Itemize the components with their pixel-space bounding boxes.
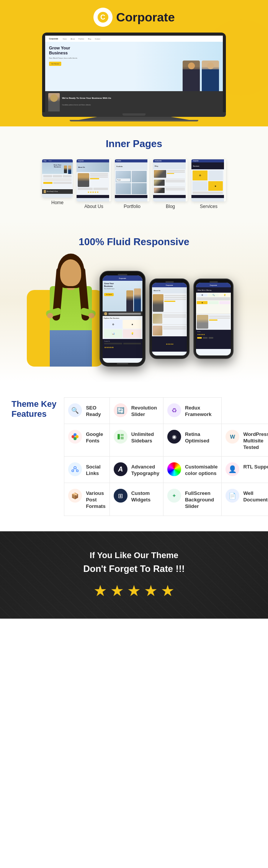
- feature-cell-seo: 🔍 SEO Ready: [64, 398, 109, 424]
- pages-grid: Corp Home Grow YourBusiness: [8, 159, 260, 209]
- star-2: ★: [110, 582, 124, 599]
- svg-rect-6: [118, 434, 120, 439]
- stars-row: ★ ★ ★ ★ ★: [11, 582, 257, 599]
- about-label: About Us: [84, 204, 103, 209]
- feature-cell-color: Customisable color options: [163, 457, 222, 483]
- header-section: C Corporate Corporate Home About Portfol…: [0, 0, 268, 126]
- google-icon: [68, 430, 82, 444]
- formats-icon: 📦: [68, 489, 82, 503]
- services-page-thumb: Corporate Services ⚙ ★: [191, 159, 226, 209]
- feature-cell-retina: ◉ Retina Optimised: [163, 424, 222, 457]
- rating-line2: Don't Forget To Rate !!!: [11, 563, 257, 574]
- feature-cell-sidebars: Unlimited Sidebars: [109, 424, 163, 457]
- inner-pages-section: Inner Pages Corp Home Grow YourBusiness: [0, 126, 268, 221]
- feature-cell-rtl: 👤 RTL Support: [222, 457, 268, 483]
- star-5: ★: [161, 582, 175, 599]
- fullscreen-label: FullScreen Background Slider: [185, 490, 217, 510]
- retina-label: Retina Optimised: [185, 431, 217, 444]
- formats-label: Various Post Formats: [86, 490, 105, 510]
- home-page-thumb: Corp Home Grow YourBusiness: [42, 159, 73, 209]
- feature-cell-google: Google Fonts: [64, 424, 109, 457]
- blog-page-thumb: Testimonials Blog: [153, 159, 188, 209]
- svg-point-9: [74, 467, 76, 469]
- phone-3: Corporate What We're Offering ⚙ 🔍 💡: [193, 278, 234, 359]
- laptop-mockup-container: Corporate Home About Portfolio Blog Cont…: [0, 33, 268, 121]
- svg-line-12: [73, 468, 74, 470]
- google-label: Google Fonts: [86, 431, 105, 444]
- about-page-thumb: Corporate About Us: [77, 159, 111, 209]
- social-label: Social Links: [86, 464, 105, 477]
- rating-section: If You Like Our Theme Don't Forget To Ra…: [0, 531, 268, 619]
- documented-label: Well Documented: [243, 490, 268, 503]
- star-3: ★: [127, 582, 141, 599]
- phones-container: Corporate Grow YourBusiness Nunc blandit…: [100, 271, 234, 367]
- seo-label: SEO Ready: [86, 405, 105, 418]
- logo-icon: C: [93, 8, 113, 27]
- sidebars-label: Unlimited Sidebars: [131, 431, 159, 444]
- widgets-label: Custom Widgets: [131, 490, 159, 503]
- feature-cell-wp: W WordPress Multisite Tested: [222, 424, 268, 457]
- responsive-section: 100% Fluid Responsive: [0, 221, 268, 382]
- feature-cell-typography: A Advanced Typography: [109, 457, 163, 483]
- star-1: ★: [93, 582, 107, 599]
- feature-cell-formats: 📦 Various Post Formats: [64, 483, 109, 516]
- inner-pages-title: Inner Pages: [8, 138, 260, 150]
- feature-cell-redux: ♻ Redux Framework: [163, 398, 222, 424]
- documented-icon: 📄: [226, 489, 239, 503]
- phone-2: Corporate About Us: [149, 278, 190, 359]
- features-header: Theme KeyFeatures 🔍 SEO Ready 🔄 Revoluti…: [11, 397, 257, 516]
- girl-container: [34, 255, 107, 367]
- seo-icon: 🔍: [68, 403, 82, 417]
- wp-icon: W: [226, 430, 239, 444]
- widgets-icon: ⊞: [114, 489, 127, 503]
- phone-1: Corporate Grow YourBusiness Nunc blandit…: [100, 271, 145, 367]
- feature-cell-social: Social Links: [64, 457, 109, 483]
- redux-label: Redux Framework: [185, 405, 217, 418]
- revolution-icon: 🔄: [114, 403, 127, 417]
- star-4: ★: [144, 582, 158, 599]
- feature-cell-widgets: ⊞ Custom Widgets: [109, 483, 163, 516]
- laptop-mockup: Corporate Home About Portfolio Blog Cont…: [42, 33, 226, 121]
- feature-cell-documented: 📄 Well Documented: [222, 483, 268, 516]
- typography-icon: A: [114, 462, 127, 476]
- features-row-1: 🔍 SEO Ready 🔄 Revolution Slider ♻: [64, 398, 268, 424]
- wp-label: WordPress Multisite Tested: [243, 431, 268, 451]
- logo-text: Corporate: [116, 10, 175, 25]
- rating-line1: If You Like Our Theme: [11, 550, 257, 560]
- features-section: Theme KeyFeatures 🔍 SEO Ready 🔄 Revoluti…: [0, 382, 268, 531]
- rtl-label: RTL Support: [243, 464, 268, 470]
- features-title: Theme KeyFeatures: [11, 399, 56, 419]
- features-row-3: Social Links A Advanced Typography: [64, 457, 268, 483]
- svg-point-5: [74, 437, 77, 440]
- svg-point-10: [72, 470, 74, 472]
- features-table: 🔍 SEO Ready 🔄 Revolution Slider ♻: [64, 397, 268, 516]
- svg-point-11: [77, 470, 78, 472]
- portfolio-label: Portfolio: [124, 204, 141, 209]
- fullscreen-icon: ✦: [167, 489, 181, 503]
- features-row-4: 📦 Various Post Formats ⊞ Custom Widgets …: [64, 483, 268, 516]
- home-label: Home: [51, 200, 64, 205]
- redux-icon: ♻: [167, 403, 181, 417]
- svg-rect-7: [121, 434, 124, 436]
- services-label: Services: [200, 204, 217, 209]
- svg-line-13: [76, 468, 77, 470]
- typography-label: Advanced Typography: [131, 464, 159, 477]
- feature-cell-fullscreen: ✦ FullScreen Background Slider: [163, 483, 222, 516]
- svg-rect-8: [121, 437, 124, 439]
- sidebars-icon: [114, 430, 127, 444]
- feature-cell-revolution: 🔄 Revolution Slider: [109, 398, 163, 424]
- svg-text:C: C: [100, 13, 105, 21]
- features-row-2: Google Fonts Unli: [64, 424, 268, 457]
- portfolio-page-thumb: Portfolio Portfolio Project: [115, 159, 149, 209]
- social-icon: [68, 462, 82, 476]
- color-label: Customisable color options: [185, 464, 217, 477]
- rtl-icon: 👤: [226, 462, 239, 476]
- revolution-label: Revolution Slider: [131, 405, 159, 418]
- retina-icon: ◉: [167, 430, 181, 444]
- blog-label: Blog: [166, 204, 175, 209]
- responsive-content: Corporate Grow YourBusiness Nunc blandit…: [8, 255, 260, 367]
- color-icon: [167, 462, 181, 476]
- responsive-title: 100% Fluid Responsive: [8, 236, 260, 248]
